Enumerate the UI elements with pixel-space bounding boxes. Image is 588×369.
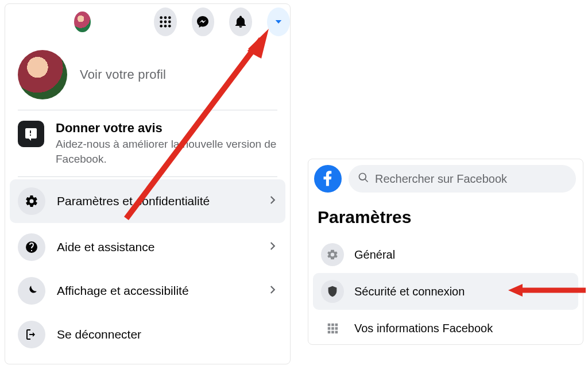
settings-item-your-info[interactable]: Vos informations Facebook bbox=[313, 310, 578, 347]
svg-point-8 bbox=[168, 25, 171, 28]
menu-item-label: Aide et assistance bbox=[57, 240, 154, 254]
svg-point-5 bbox=[168, 21, 171, 24]
svg-rect-11 bbox=[335, 324, 338, 326]
svg-point-6 bbox=[160, 25, 163, 28]
svg-point-3 bbox=[160, 21, 163, 24]
feedback-title: Donner votre avis bbox=[56, 121, 277, 136]
menu-item-label: Affichage et accessibilité bbox=[57, 284, 189, 298]
menu-item-logout[interactable]: Se déconnecter bbox=[5, 313, 290, 356]
settings-item-security[interactable]: Sécurité et connexion bbox=[313, 273, 578, 310]
svg-rect-10 bbox=[331, 324, 334, 326]
avatar-small[interactable] bbox=[74, 11, 91, 32]
svg-rect-14 bbox=[335, 327, 338, 330]
feedback-section[interactable]: Donner votre avis Aidez-nous à améliorer… bbox=[5, 110, 290, 176]
divider bbox=[18, 176, 277, 177]
svg-rect-12 bbox=[328, 327, 331, 330]
menu-item-settings-privacy[interactable]: Paramètres et confidentialité bbox=[10, 179, 285, 223]
search-icon bbox=[358, 172, 369, 186]
bell-icon[interactable] bbox=[229, 7, 252, 36]
view-profile-link[interactable]: Voir votre profil bbox=[80, 67, 166, 82]
settings-item-label: Vos informations Facebook bbox=[354, 322, 493, 335]
page-title: Paramètres bbox=[318, 207, 411, 227]
search-placeholder: Rechercher sur Facebook bbox=[375, 172, 507, 186]
chevron-right-icon bbox=[267, 192, 277, 211]
svg-rect-15 bbox=[328, 331, 331, 334]
svg-rect-17 bbox=[335, 331, 338, 334]
feedback-icon bbox=[18, 121, 44, 147]
svg-rect-16 bbox=[331, 331, 334, 334]
menu-item-display[interactable]: Affichage et accessibilité bbox=[5, 269, 290, 313]
avatar bbox=[18, 50, 67, 99]
menu-item-help[interactable]: Aide et assistance bbox=[5, 225, 290, 269]
settings-item-general[interactable]: Général bbox=[313, 236, 578, 273]
menu-grid-icon[interactable] bbox=[154, 7, 177, 36]
topbar bbox=[5, 4, 290, 40]
gear-icon bbox=[321, 243, 344, 266]
feedback-subtitle: Aidez-nous à améliorer la nouvelle versi… bbox=[56, 137, 277, 166]
grid-dots-icon bbox=[321, 317, 344, 340]
profile-section[interactable]: Voir votre profil bbox=[5, 40, 290, 110]
settings-item-label: Sécurité et connexion bbox=[354, 285, 465, 298]
help-icon bbox=[18, 233, 45, 261]
svg-point-1 bbox=[164, 16, 167, 19]
account-dropdown-panel: Voir votre profil Donner votre avis Aide… bbox=[5, 3, 291, 364]
svg-rect-9 bbox=[328, 324, 331, 326]
moon-icon bbox=[18, 277, 45, 305]
menu-item-label: Se déconnecter bbox=[57, 328, 141, 341]
chevron-right-icon bbox=[267, 282, 277, 301]
svg-point-7 bbox=[164, 25, 167, 28]
caret-down-icon[interactable] bbox=[267, 7, 290, 36]
gear-icon bbox=[18, 187, 45, 215]
settings-item-label: Général bbox=[354, 248, 395, 262]
svg-point-0 bbox=[160, 16, 163, 19]
svg-rect-13 bbox=[331, 327, 334, 330]
facebook-logo-icon[interactable] bbox=[314, 165, 342, 193]
messenger-icon[interactable] bbox=[192, 7, 215, 36]
svg-point-2 bbox=[168, 16, 171, 19]
chevron-right-icon bbox=[267, 238, 277, 257]
settings-list: Général Sécurité et connexion Vos inform… bbox=[313, 236, 578, 347]
logout-icon bbox=[18, 321, 45, 348]
settings-page-panel: Rechercher sur Facebook Paramètres Génér… bbox=[308, 159, 583, 345]
menu-item-label: Paramètres et confidentialité bbox=[57, 194, 210, 208]
search-input[interactable]: Rechercher sur Facebook bbox=[349, 165, 576, 193]
shield-icon bbox=[321, 280, 344, 303]
svg-point-4 bbox=[164, 21, 167, 24]
